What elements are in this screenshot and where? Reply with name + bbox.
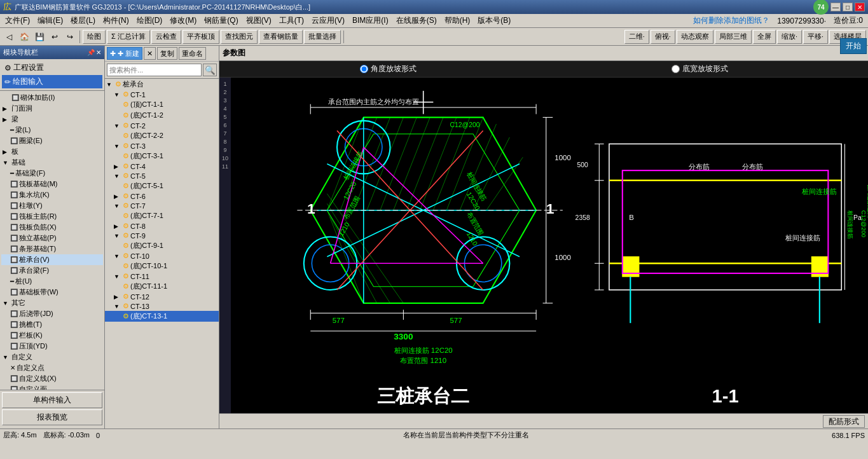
view-rebar-button[interactable]: 查看钢筋量: [259, 30, 303, 44]
radio-bottom-slope[interactable]: 底宽放坡形式: [672, 64, 728, 74]
menu-draw[interactable]: 绘图(D): [133, 14, 167, 27]
nav-custom-line[interactable]: 🔲 自定义线(X): [1, 373, 103, 384]
comp-ct2-2[interactable]: ⚙ (底)CT-2-2: [105, 130, 219, 141]
cloud-check-button[interactable]: 云检查: [151, 30, 181, 44]
nav-pile-cap[interactable]: 🔲 桩承台(V): [1, 254, 103, 265]
comp-ct1-1[interactable]: ⚙ (顶)CT-1-1: [105, 99, 219, 110]
nav-ring-beam[interactable]: 🔲 圈梁(E): [1, 135, 103, 146]
toolbar-redo[interactable]: ↪: [63, 30, 77, 44]
comp-ct11-1[interactable]: ⚙ (底)CT-11-1: [105, 281, 219, 292]
nav-pile-cap-beam[interactable]: 🔲 承台梁(F): [1, 265, 103, 276]
fullscreen-button[interactable]: 全屏: [753, 30, 776, 44]
comp-ct9-1[interactable]: ⚙ (底)CT-9-1: [105, 240, 219, 251]
comp-ct5[interactable]: ▼ ⚙ CT-5: [105, 171, 219, 181]
comp-ct7[interactable]: ▼ ⚙ CT-7: [105, 201, 219, 210]
nav-column-cap[interactable]: 🔲 柱墩(Y): [1, 200, 103, 211]
close-button[interactable]: ✕: [855, 3, 865, 11]
comp-pile-cap-root[interactable]: ▼ ⚙ 桩承台: [105, 79, 219, 90]
menu-bim[interactable]: BIM应用(I): [348, 14, 392, 27]
nav-raft-main-rebar[interactable]: 🔲 筏板主筋(R): [1, 211, 103, 222]
rebar-form-btn[interactable]: 配筋形式: [823, 415, 865, 428]
menu-phone[interactable]: 13907299330·: [773, 15, 830, 27]
comp-ct9[interactable]: ▼ ⚙ CT-9: [105, 231, 219, 240]
summary-calc-button[interactable]: Σ 汇总计算: [107, 30, 150, 44]
nav-beam-l[interactable]: ━ 梁(L): [1, 125, 103, 135]
nav-beam[interactable]: ▶ 梁: [1, 114, 103, 125]
local-3d-button[interactable]: 局部三维: [715, 30, 752, 44]
nav-door-opening[interactable]: ▶ 门面洞: [1, 103, 103, 114]
radio-angle-input[interactable]: [360, 65, 368, 73]
nav-custom-face[interactable]: 🔲 自定义面: [1, 384, 103, 390]
toolbar-prev[interactable]: ◁: [2, 30, 16, 44]
pan-button[interactable]: 平移·: [803, 30, 828, 44]
nav-masonry-rebar[interactable]: 🔲 砌体加筋(I): [1, 92, 103, 103]
zoom-button[interactable]: 缩放·: [777, 30, 802, 44]
report-preview-btn[interactable]: 报表预览: [2, 409, 102, 425]
nav-project-setup[interactable]: ⚙ 工程设置: [2, 61, 102, 74]
nav-parapet[interactable]: 🔲 栏板(K): [1, 330, 103, 341]
menu-price[interactable]: 造价豆:0: [830, 14, 867, 27]
comp-ct10[interactable]: ▼ ⚙ CT-10: [105, 251, 219, 261]
toolbar-icon2[interactable]: 💾: [32, 30, 46, 44]
comp-ct5-1[interactable]: ⚙ (底)CT-5-1: [105, 181, 219, 191]
nav-pin-icon[interactable]: 📌: [87, 49, 95, 56]
comp-ct1[interactable]: ▼ ⚙ CT-1: [105, 90, 219, 99]
delete-component-btn[interactable]: ✕: [144, 47, 156, 60]
comp-ct4[interactable]: ▶ ⚙ CT-4: [105, 161, 219, 171]
nav-close-icon[interactable]: ✕: [96, 49, 101, 56]
comp-ct8[interactable]: ▶ ⚙ CT-8: [105, 221, 219, 231]
nav-draw-input[interactable]: ✏ 绘图输入: [2, 75, 102, 88]
nav-foundation[interactable]: ▼ 基础: [1, 157, 103, 168]
nav-pile[interactable]: ━ 桩(U): [1, 276, 103, 287]
menu-component[interactable]: 构件(N): [99, 14, 133, 27]
copy-component-btn[interactable]: 复制: [157, 47, 177, 60]
menu-version[interactable]: 版本号(B): [474, 14, 514, 27]
batch-select-button[interactable]: 批量选择: [304, 30, 341, 44]
comp-ct6[interactable]: ▶ ⚙ CT-6: [105, 191, 219, 201]
nav-other[interactable]: ▼ 其它: [1, 298, 103, 308]
menu-modify[interactable]: 修改(M): [166, 14, 200, 27]
find-element-button[interactable]: 查找图元: [221, 30, 258, 44]
comp-ct11[interactable]: ▼ ⚙ CT-11: [105, 271, 219, 281]
level-top-button[interactable]: 平齐板顶: [183, 30, 219, 44]
menu-edit[interactable]: 编辑(E): [34, 14, 67, 27]
comp-ct2[interactable]: ▼ ⚙ CT-2: [105, 121, 219, 130]
menu-file[interactable]: 文件(F): [1, 14, 34, 27]
maximize-button[interactable]: □: [843, 3, 853, 11]
radio-bottom-input[interactable]: [672, 65, 680, 73]
menu-question[interactable]: 如何删除添加的图纸？: [689, 14, 773, 27]
minimize-button[interactable]: —: [830, 3, 841, 11]
dynamic-observe-button[interactable]: 动态观察: [677, 30, 713, 44]
menu-floor[interactable]: 楼层(L): [67, 14, 99, 27]
nav-slab[interactable]: ▶ 板: [1, 146, 103, 157]
menu-rebar-qty[interactable]: 钢筋量(Q): [200, 14, 242, 27]
toolbar-icon1[interactable]: 🏠: [17, 30, 31, 44]
view-2d-button[interactable]: 二维·: [624, 30, 649, 44]
comp-ct1-2[interactable]: ⚙ (底)CT-1-2: [105, 110, 219, 121]
diagram-area[interactable]: 角度放坡形式 底宽放坡形式 1 2 3 4 5 6 7 8: [219, 61, 868, 413]
nav-strip-found[interactable]: 🔲 条形基础(T): [1, 243, 103, 254]
nav-canopy[interactable]: 🔲 挑檐(T): [1, 319, 103, 330]
new-component-btn[interactable]: ✚ ✚ 新建: [107, 47, 142, 60]
nav-custom-point[interactable]: ✕ 自定义点: [1, 362, 103, 373]
nav-foundation-beam[interactable]: ━ 基础梁(F): [1, 168, 103, 179]
menu-help[interactable]: 帮助(H): [441, 14, 474, 27]
nav-post-pour[interactable]: 🔲 后浇带(JD): [1, 308, 103, 319]
comp-ct13[interactable]: ▼ ⚙ CT-13: [105, 301, 219, 311]
menu-view[interactable]: 视图(V): [242, 14, 275, 27]
draw-button[interactable]: 绘图: [83, 30, 106, 44]
nav-raft-neg-rebar[interactable]: 🔲 筏板负筋(X): [1, 222, 103, 233]
menu-cloud[interactable]: 云应用(V): [308, 14, 348, 27]
nav-raft[interactable]: 🔲 筏板基础(M): [1, 179, 103, 189]
search-button[interactable]: 🔍: [203, 64, 217, 76]
nav-coping[interactable]: 🔲 压顶(YD): [1, 341, 103, 352]
single-component-btn[interactable]: 单构件输入: [2, 392, 102, 408]
nav-foundation-strip[interactable]: 🔲 基础板带(W): [1, 287, 103, 298]
view-top-button[interactable]: 俯视·: [651, 30, 675, 44]
menu-tools[interactable]: 工具(T): [275, 14, 308, 27]
comp-ct7-1[interactable]: ⚙ (底)CT-7-1: [105, 210, 219, 221]
rename-component-btn[interactable]: 重命名: [179, 47, 206, 60]
comp-ct3-1[interactable]: ⚙ (底)CT-3-1: [105, 151, 219, 161]
nav-custom[interactable]: ▼ 自定义: [1, 352, 103, 362]
menu-online[interactable]: 在线服务(S): [392, 14, 441, 27]
